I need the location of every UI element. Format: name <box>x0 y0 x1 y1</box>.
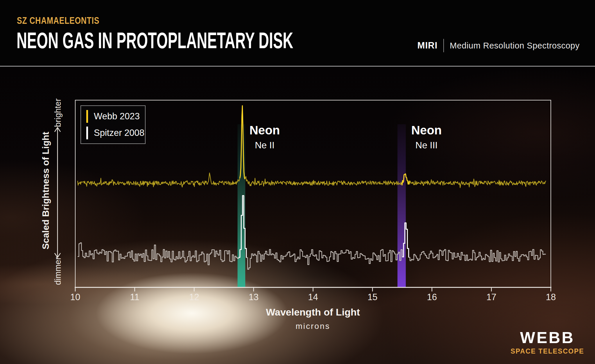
legend-item-webb: Webb 2023 <box>86 110 145 123</box>
plot-frame <box>75 100 551 287</box>
annotation-ne-ii: Neon Ne II <box>230 123 300 151</box>
webb-logo-name: WEBB <box>510 330 585 346</box>
webb-color-key <box>86 110 88 123</box>
annotation-title: Neon <box>230 123 300 137</box>
y-axis-title: Scaled Brightness of Light <box>40 104 51 278</box>
x-axis-unit: microns <box>255 322 371 331</box>
x-axis-title: Wavelength of Light <box>255 307 371 318</box>
x-tick-label: 13 <box>242 292 265 302</box>
x-tick-label: 14 <box>302 292 325 302</box>
x-tick-labels: 101112131415161718 <box>0 292 595 304</box>
legend-label: Spitzer 2008 <box>94 128 144 138</box>
legend: Webb 2023 Spitzer 2008 <box>80 105 146 144</box>
x-tick-label: 10 <box>64 292 87 302</box>
legend-item-spitzer: Spitzer 2008 <box>86 127 145 139</box>
y-axis-brighter-label: brighter <box>53 78 63 148</box>
x-tick-label: 18 <box>539 292 562 302</box>
annotation-ne-iii: Neon Ne III <box>392 123 461 151</box>
webb-2023-trace <box>78 106 546 188</box>
spitzer-2008-trace <box>78 196 545 269</box>
x-axis-ticks <box>75 288 551 292</box>
x-tick-label: 12 <box>182 292 206 302</box>
x-tick-label: 11 <box>123 292 146 302</box>
spectra-traces <box>78 106 546 269</box>
x-tick-label: 17 <box>480 292 503 302</box>
annotation-title: Neon <box>392 123 461 137</box>
annotation-subtitle: Ne III <box>392 140 461 151</box>
webb-logo-subtitle: SPACE TELESCOPE <box>510 347 585 355</box>
x-tick-label: 16 <box>420 292 444 302</box>
spitzer-color-key <box>86 127 88 139</box>
x-tick-label: 15 <box>361 292 384 302</box>
webb-logo: WEBB SPACE TELESCOPE <box>510 330 585 355</box>
legend-label: Webb 2023 <box>94 111 140 122</box>
annotation-subtitle: Ne II <box>230 140 300 151</box>
